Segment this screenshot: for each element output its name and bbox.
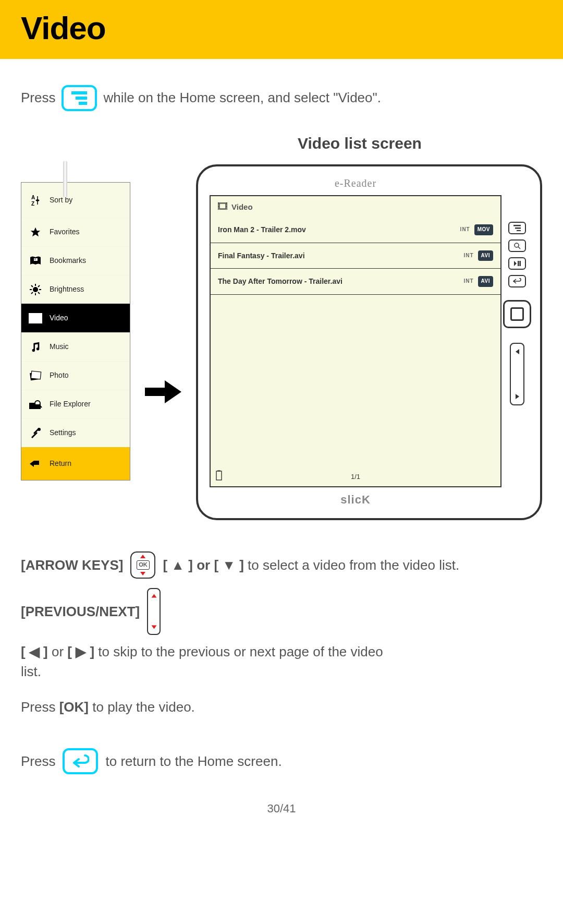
svg-point-7	[33, 287, 38, 292]
ok-button-icon: OK	[130, 551, 155, 579]
svg-rect-20	[29, 316, 31, 318]
video-location: INT	[460, 226, 470, 234]
svg-rect-22	[29, 321, 31, 323]
video-list-item[interactable]: Iron Man 2 - Trailer 2.mov INT MOV	[211, 217, 500, 243]
photo-icon	[29, 369, 42, 382]
press-ok-b: to play the video.	[89, 699, 195, 715]
hw-playpause-button[interactable]	[508, 257, 526, 270]
battery-icon	[216, 470, 222, 484]
hw-zoom-button[interactable]	[508, 239, 526, 252]
svg-line-12	[31, 285, 33, 287]
svg-rect-0	[71, 91, 87, 94]
prev-next-label: [PREVIOUS/NEXT]	[21, 602, 140, 622]
svg-point-47	[515, 243, 519, 247]
arrow-keys-label: [ARROW KEYS]	[21, 556, 123, 575]
prev-next-bold-b: [ ▶ ]	[64, 644, 98, 659]
prev-next-mid: or	[52, 644, 64, 659]
instruction-return: Press to return to the Home screen.	[21, 748, 542, 774]
sidebar-item-settings[interactable]: Settings	[21, 418, 130, 447]
svg-rect-49	[518, 261, 519, 266]
device-side-buttons	[501, 175, 533, 405]
svg-text:A: A	[31, 195, 35, 200]
device-brand-bottom: slicK	[210, 491, 501, 508]
svg-rect-2	[79, 102, 87, 105]
svg-rect-34	[218, 203, 219, 204]
svg-line-48	[518, 247, 520, 249]
return-text: to return to the Home screen.	[105, 752, 282, 772]
intro-line: Press while on the Home screen, and sele…	[21, 85, 542, 111]
sidebar-item-bookmarks[interactable]: 4 Bookmarks	[21, 246, 130, 275]
svg-rect-23	[40, 314, 42, 315]
sidebar-item-sortby[interactable]: AZ Sort by	[21, 183, 130, 218]
tools-icon	[29, 426, 42, 440]
ok-label: OK	[137, 560, 150, 570]
video-icon	[29, 311, 42, 325]
svg-rect-26	[40, 321, 42, 323]
video-list-item[interactable]: The Day After Tomorrow - Trailer.avi INT…	[211, 269, 500, 295]
svg-text:4: 4	[34, 258, 36, 261]
sidebar-item-photo[interactable]: Photo	[21, 361, 130, 390]
sidebar-item-video[interactable]: Video	[21, 304, 130, 332]
video-format: MOV	[474, 224, 493, 235]
sidebar-item-brightness[interactable]: Brightness	[21, 275, 130, 304]
figure-row: AZ Sort by Favorites 4 Bookmarks	[21, 164, 542, 521]
sidebar-item-label: Music	[50, 341, 69, 352]
svg-rect-28	[31, 371, 41, 379]
video-icon	[218, 201, 227, 213]
page-number: 30/41	[21, 800, 542, 817]
sidebar-item-file-explorer[interactable]: File Explorer	[21, 390, 130, 418]
stylus-icon	[63, 161, 67, 197]
triangle-right-icon	[516, 394, 519, 399]
video-location: INT	[463, 278, 473, 285]
svg-rect-50	[520, 261, 521, 266]
sidebar-item-return[interactable]: Return	[21, 447, 130, 480]
svg-point-31	[38, 428, 41, 431]
svg-rect-24	[40, 316, 42, 318]
folder-search-icon	[29, 398, 42, 411]
sidebar-item-label: Bookmarks	[50, 255, 86, 266]
svg-rect-35	[218, 205, 219, 206]
svg-rect-44	[513, 225, 521, 226]
sidebar-item-label: Sort by	[50, 195, 72, 205]
arrow-keys-bold: [ ▲ ] or [ ▼ ]	[163, 557, 243, 573]
device-brand-top: e-Reader	[210, 176, 501, 191]
return-press: Press	[21, 752, 55, 772]
svg-rect-45	[515, 227, 521, 229]
hw-ok-button[interactable]	[503, 300, 531, 328]
sidebar-item-music[interactable]: Music	[21, 332, 130, 361]
triangle-up-red-icon	[151, 594, 156, 598]
svg-rect-46	[517, 230, 521, 231]
intro-rest: while on the Home screen, and select "Vi…	[103, 88, 381, 108]
video-title: Iron Man 2 - Trailer 2.mov	[218, 224, 306, 235]
svg-line-15	[38, 285, 40, 287]
star-icon	[29, 225, 42, 239]
video-tags: INT MOV	[460, 224, 493, 235]
sun-icon	[29, 283, 42, 296]
svg-rect-33	[219, 203, 226, 209]
press-ok-bold: [OK]	[59, 699, 89, 715]
hw-rocker[interactable]	[510, 343, 524, 405]
sidebar-item-label: Settings	[50, 427, 76, 438]
hw-menu-button[interactable]	[508, 222, 526, 234]
instruction-prev-next: [PREVIOUS/NEXT] [ ◀ ] or [ ▶ ] to skip t…	[21, 588, 542, 681]
page-indicator: 1/1	[351, 472, 360, 482]
svg-rect-25	[40, 319, 42, 320]
screen-footer: 1/1	[211, 472, 500, 482]
svg-rect-37	[218, 208, 219, 209]
hw-back-button[interactable]	[508, 275, 526, 287]
svg-rect-19	[29, 314, 31, 315]
prev-next-bold-a: [ ◀ ]	[21, 644, 52, 659]
svg-line-13	[38, 292, 40, 294]
svg-rect-43	[216, 471, 222, 480]
return-button-icon	[63, 748, 98, 774]
sidebar-item-favorites[interactable]: Favorites	[21, 218, 130, 246]
content-area: Press while on the Home screen, and sele…	[0, 59, 563, 838]
book-icon: 4	[29, 254, 42, 268]
sidebar-item-label: Photo	[50, 370, 69, 380]
video-title: The Day After Tomorrow - Trailer.avi	[218, 276, 342, 286]
svg-rect-41	[226, 208, 227, 209]
triangle-left-icon	[516, 349, 519, 354]
sidebar-menu: AZ Sort by Favorites 4 Bookmarks	[21, 182, 130, 481]
video-list-item[interactable]: Final Fantasy - Trailer.avi INT AVI	[211, 243, 500, 269]
press-ok-a: Press	[21, 699, 59, 715]
